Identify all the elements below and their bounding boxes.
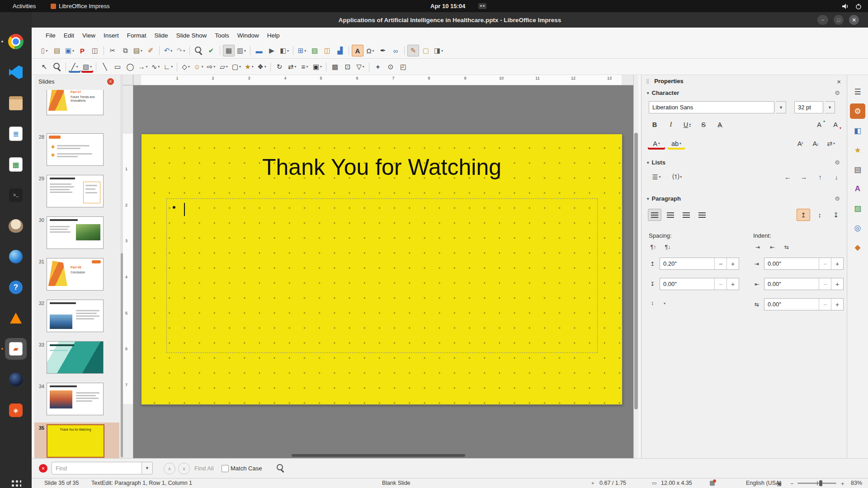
menu-file[interactable]: File <box>42 30 60 41</box>
snap-guides-icon[interactable]: ▥ <box>236 45 247 56</box>
help-icon[interactable] <box>5 277 27 298</box>
shapes-tab-icon[interactable]: ◆ <box>850 239 865 255</box>
slide-thumbnail-row-33[interactable]: 33 <box>34 339 119 379</box>
font-color-icon[interactable]: A <box>648 137 665 150</box>
find-input[interactable] <box>52 462 142 474</box>
menu-format[interactable]: Format <box>123 30 151 41</box>
shadow-icon[interactable]: ▩ <box>329 61 341 73</box>
image-filter-icon[interactable]: ▽ <box>354 61 366 73</box>
zoom-out-icon[interactable]: − <box>790 480 794 487</box>
language-status[interactable]: English (USA) <box>746 480 782 486</box>
slide-thumbnail-row-27[interactable]: Part 07 Future Trends and Innovations <box>34 90 119 124</box>
menu-insert[interactable]: Insert <box>99 30 123 41</box>
paste-icon[interactable]: ▤ <box>132 45 144 56</box>
minimize-button[interactable] <box>817 15 828 25</box>
vertical-scrollbar[interactable] <box>633 75 638 459</box>
slide-thumbnail-row-35[interactable]: 35 Thank You for Watching <box>34 422 119 459</box>
show-applications-icon[interactable] <box>5 474 27 488</box>
export-pdf-icon[interactable]: P <box>76 45 88 56</box>
zoom-slider-thumb[interactable] <box>819 480 822 486</box>
slide-35-thumbnail[interactable]: Thank You for Watching <box>47 424 104 458</box>
highlight-color-icon[interactable]: ab <box>668 137 685 150</box>
navigator-tab-icon[interactable]: ◎ <box>850 220 865 235</box>
curves-icon[interactable]: ∿ <box>150 61 161 73</box>
increment-icon[interactable] <box>726 258 739 269</box>
decrement-icon[interactable] <box>714 278 726 290</box>
spelling-icon[interactable]: ✔ <box>205 45 217 56</box>
decrease-font-size-icon[interactable]: A <box>829 118 842 131</box>
close-button[interactable] <box>849 15 859 25</box>
align-right-icon[interactable] <box>679 209 693 221</box>
line-spacing-dropdown-icon[interactable] <box>659 298 670 308</box>
paragraph-settings-icon[interactable]: ⚙ <box>835 195 840 202</box>
match-case-checkbox[interactable] <box>222 465 229 472</box>
writer-icon[interactable]: ≣ <box>5 123 27 145</box>
rotate-icon[interactable]: ↻ <box>274 61 285 73</box>
move-up-icon[interactable]: ↑ <box>813 171 827 183</box>
new-presentation-icon[interactable]: ▯ <box>38 45 50 56</box>
character-settings-icon[interactable]: ⚙ <box>835 89 840 96</box>
block-arrows-icon[interactable]: ⇨ <box>205 61 217 73</box>
styles-tab-icon[interactable]: A <box>850 181 865 197</box>
spacing-below-value[interactable]: 0.00″ <box>660 281 714 287</box>
decrement-icon[interactable] <box>819 299 831 310</box>
flowchart-icon[interactable]: ▱ <box>218 61 230 73</box>
animation-tab-icon[interactable]: ★ <box>850 142 865 158</box>
decrement-icon[interactable] <box>714 258 726 269</box>
slide-29-thumbnail[interactable] <box>47 175 104 207</box>
terminal-icon[interactable] <box>5 184 27 206</box>
zoom-icon[interactable] <box>51 61 63 73</box>
internet-app-icon[interactable] <box>5 246 27 267</box>
align-objects-icon[interactable]: ≡ <box>299 61 311 73</box>
clone-formatting-icon[interactable]: ✐ <box>145 45 156 56</box>
menu-view[interactable]: View <box>78 30 99 41</box>
increment-icon[interactable] <box>831 278 843 290</box>
increase-font-size-icon[interactable]: A <box>812 118 826 131</box>
match-case-label[interactable]: Match Case <box>231 465 262 472</box>
zoom-in-icon[interactable]: + <box>841 480 844 487</box>
bold-icon[interactable]: B <box>648 118 661 131</box>
character-section-header[interactable]: ▾ Character <box>647 89 679 96</box>
impress-dock-icon[interactable]: ▰ <box>5 338 27 360</box>
menu-help[interactable]: Help <box>263 30 284 41</box>
promote-icon[interactable]: ← <box>781 171 794 183</box>
decrease-indent-icon[interactable]: ⇤ <box>767 242 778 252</box>
insert-table-icon[interactable]: ⊞ <box>296 45 308 56</box>
subscript-icon[interactable]: A <box>809 137 822 150</box>
underline-icon[interactable]: U <box>680 118 694 131</box>
activities-button[interactable]: Activities <box>13 3 36 9</box>
decrease-para-spacing-icon[interactable]: ¶↓ <box>662 242 673 252</box>
slide-title-text[interactable]: Thank You for Watching <box>142 154 622 180</box>
volume-icon[interactable] <box>842 3 849 9</box>
slide-editing-surface[interactable]: Thank You for Watching • <box>141 134 623 405</box>
find-all-button[interactable]: Find All <box>194 465 214 472</box>
strikethrough-icon[interactable]: S <box>697 118 710 131</box>
undo-icon[interactable]: ↶ <box>162 45 174 56</box>
insert-image-icon[interactable]: ▨ <box>309 45 321 56</box>
unordered-list-icon[interactable]: ☰ <box>648 171 665 183</box>
paragraph-section-header[interactable]: ▾ Paragraph <box>647 195 681 202</box>
callouts-icon[interactable]: ▢ <box>231 61 242 73</box>
horizontal-ruler[interactable]: 12345678910111213 <box>123 75 638 85</box>
titlebar[interactable]: Applications of Artificial Intelligence … <box>32 12 868 28</box>
slide-transition-tab-icon[interactable]: ◧ <box>850 123 865 138</box>
align-vcenter-icon[interactable]: ↕ <box>813 209 826 221</box>
content-text-box[interactable]: • <box>166 198 598 353</box>
insert-line-icon[interactable]: ╲ <box>99 61 111 73</box>
display-grid-icon[interactable]: ▦ <box>223 45 235 56</box>
vscode-icon[interactable] <box>5 61 27 83</box>
slide-canvas-area[interactable]: 12345678910111213 1234567 Thank You for … <box>123 75 638 459</box>
slide-thumbnail-row-31[interactable]: 31 Part 08 Conclusion <box>34 256 119 296</box>
templates-icon[interactable]: ▤ <box>51 45 63 56</box>
lists-settings-icon[interactable]: ⚙ <box>835 159 840 166</box>
menu-tools[interactable]: Tools <box>211 30 233 41</box>
insert-text-box-icon[interactable]: A <box>352 45 363 56</box>
line-color-icon[interactable]: ╱ <box>69 61 80 73</box>
increment-icon[interactable] <box>831 299 843 310</box>
slide-thumbnail-row-28[interactable]: 28 <box>34 131 119 171</box>
vlc-icon[interactable] <box>5 307 27 329</box>
increase-para-spacing-icon[interactable]: ¶↑ <box>648 242 659 252</box>
spacing-below-input[interactable]: 0.00″ <box>660 278 739 290</box>
basic-shapes-icon[interactable]: ◇ <box>180 61 192 73</box>
find-history-dropdown-icon[interactable]: ▼ <box>142 462 153 474</box>
